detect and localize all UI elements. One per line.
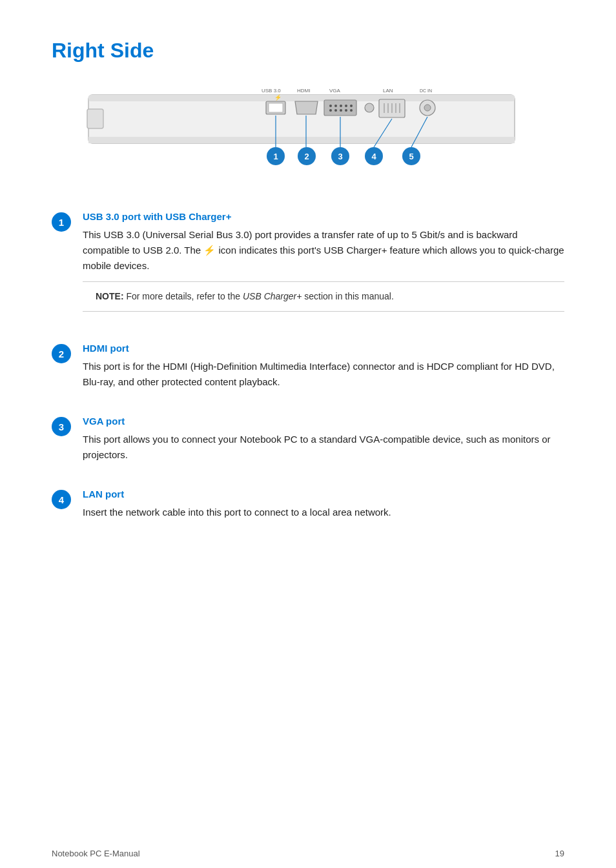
section-4-content: LAN port Insert the network cable into t… bbox=[83, 489, 564, 527]
svg-point-14 bbox=[345, 105, 347, 107]
svg-marker-8 bbox=[295, 101, 318, 114]
section-3-content: VGA port This port allows you to connect… bbox=[83, 416, 564, 469]
svg-rect-1 bbox=[87, 109, 103, 128]
section-2-title: HDMI port bbox=[83, 343, 564, 354]
svg-text:LAN: LAN bbox=[383, 88, 393, 94]
section-1-content: USB 3.0 port with USB Charger+ This USB … bbox=[83, 211, 564, 323]
svg-point-16 bbox=[329, 109, 332, 112]
svg-point-22 bbox=[365, 103, 374, 112]
svg-text:DC IN: DC IN bbox=[420, 88, 432, 93]
note-text-1: NOTE: For more details, refer to the USB… bbox=[96, 290, 551, 303]
section-1-body: This USB 3.0 (Universal Serial Bus 3.0) … bbox=[83, 227, 564, 274]
badge-3: 3 bbox=[52, 417, 71, 436]
section-1: 1 USB 3.0 port with USB Charger+ This US… bbox=[52, 211, 564, 323]
badge-4: 4 bbox=[52, 490, 71, 509]
section-4-body: Insert the network cable into this port … bbox=[83, 505, 564, 520]
svg-rect-5 bbox=[269, 103, 283, 112]
svg-text:3: 3 bbox=[338, 152, 342, 161]
section-1-title: USB 3.0 port with USB Charger+ bbox=[83, 211, 564, 222]
svg-rect-10 bbox=[324, 100, 356, 116]
note-italic: USB Charger+ bbox=[243, 291, 302, 301]
svg-point-15 bbox=[350, 105, 353, 107]
section-2-body: This port is for the HDMI (High-Definiti… bbox=[83, 359, 564, 390]
svg-text:2: 2 bbox=[304, 152, 309, 161]
svg-rect-2 bbox=[88, 95, 515, 101]
svg-text:5: 5 bbox=[409, 152, 413, 161]
svg-point-31 bbox=[424, 105, 431, 111]
svg-point-18 bbox=[340, 109, 342, 112]
section-2-content: HDMI port This port is for the HDMI (Hig… bbox=[83, 343, 564, 396]
footer-right: 19 bbox=[555, 849, 564, 858]
svg-point-13 bbox=[340, 105, 342, 107]
svg-text:HDMI: HDMI bbox=[297, 88, 310, 94]
svg-rect-3 bbox=[88, 137, 515, 143]
right-side-diagram: ⚡ USB 3.0 HDMI VGA LAN DC bbox=[52, 82, 564, 179]
section-3-body: This port allows you to connect your Not… bbox=[83, 432, 564, 463]
section-4: 4 LAN port Insert the network cable into… bbox=[52, 489, 564, 527]
badge-2: 2 bbox=[52, 344, 71, 363]
footer-left: Notebook PC E-Manual bbox=[52, 849, 140, 858]
footer: Notebook PC E-Manual 19 bbox=[0, 839, 616, 868]
svg-text:USB 3.0: USB 3.0 bbox=[262, 88, 281, 94]
svg-point-20 bbox=[350, 109, 353, 112]
svg-point-19 bbox=[345, 109, 347, 112]
svg-text:1: 1 bbox=[273, 152, 278, 161]
svg-point-11 bbox=[329, 105, 332, 107]
lightning-icon: ⚡ bbox=[203, 243, 216, 258]
svg-point-17 bbox=[334, 109, 337, 112]
section-2: 2 HDMI port This port is for the HDMI (H… bbox=[52, 343, 564, 396]
svg-text:⚡: ⚡ bbox=[274, 94, 282, 101]
section-3: 3 VGA port This port allows you to conne… bbox=[52, 416, 564, 469]
badge-1: 1 bbox=[52, 212, 71, 232]
svg-text:VGA: VGA bbox=[329, 88, 341, 94]
svg-text:4: 4 bbox=[371, 152, 376, 161]
section-3-title: VGA port bbox=[83, 416, 564, 427]
note-label: NOTE: bbox=[96, 291, 124, 301]
page-title: Right Side bbox=[52, 39, 564, 63]
note-box-1: NOTE: For more details, refer to the USB… bbox=[83, 281, 564, 312]
section-4-title: LAN port bbox=[83, 489, 564, 500]
svg-point-12 bbox=[334, 105, 337, 107]
